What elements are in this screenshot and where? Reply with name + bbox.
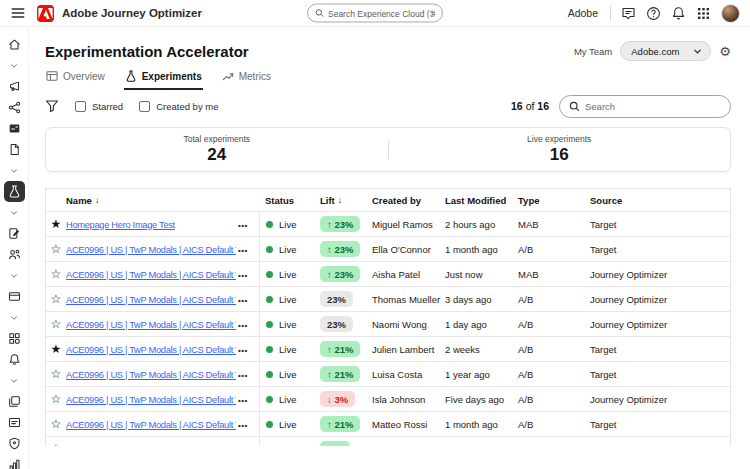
my-team-label: My Team — [574, 46, 612, 57]
tab-experiments-label: Experiments — [142, 71, 202, 82]
experiment-name-link[interactable]: ACE0996 | US | TwP Modals | AICS Default… — [66, 370, 236, 380]
more-actions-icon[interactable]: ••• — [238, 246, 248, 255]
star-toggle[interactable]: ☆ — [51, 443, 62, 446]
experiment-name-link[interactable]: Homepage Hero Image Test — [66, 220, 175, 230]
source-cell: Journey Optimizer — [586, 319, 730, 330]
home-icon[interactable] — [4, 34, 25, 55]
star-toggle[interactable]: ☆ — [51, 318, 62, 330]
table-row: ★ ACE0996 | US | TwP Modals | AICS Defau… — [46, 336, 730, 361]
header-status[interactable]: Status — [259, 195, 316, 206]
filter-starred[interactable]: Starred — [75, 101, 123, 112]
tab-experiments[interactable]: Experiments — [124, 66, 203, 90]
experiment-name-link[interactable]: ACE0996 | US | TwP Modals | AICS Default… — [66, 295, 236, 305]
header-created-by[interactable]: Created by — [368, 195, 441, 206]
chevron-down-icon[interactable] — [4, 265, 25, 286]
type-cell: MAB — [514, 269, 586, 280]
table-row: ☆ ACE0996 | US | TwP Modals | AICS Defau… — [46, 261, 730, 286]
experiments-flask-icon — [125, 70, 137, 82]
dataset-grid-icon[interactable] — [4, 328, 25, 349]
created-by-cell: Matteo Rossi — [368, 419, 441, 430]
hamburger-menu-icon[interactable] — [10, 5, 26, 21]
more-actions-icon[interactable]: ••• — [238, 346, 248, 355]
more-actions-icon[interactable]: ••• — [238, 221, 248, 230]
feedback-icon[interactable] — [621, 6, 636, 21]
content-card-icon[interactable] — [4, 412, 25, 433]
more-actions-icon[interactable]: ••• — [238, 321, 248, 330]
audience-people-icon[interactable] — [4, 244, 25, 265]
chevron-down-icon[interactable] — [4, 160, 25, 181]
lift-badge: ↓ 3% — [320, 391, 355, 407]
chevron-down-icon[interactable] — [4, 55, 25, 76]
star-toggle[interactable]: ☆ — [51, 293, 62, 305]
list-search[interactable] — [559, 95, 731, 118]
header-type[interactable]: Type — [514, 195, 586, 206]
star-toggle[interactable]: ☆ — [51, 368, 62, 380]
filter-created-by-me[interactable]: Created by me — [139, 101, 218, 112]
shield-image-icon[interactable] — [4, 433, 25, 454]
team-select[interactable]: Adobe.com — [620, 41, 711, 61]
more-actions-icon[interactable]: ••• — [238, 296, 248, 305]
asset-card-icon[interactable] — [4, 286, 25, 307]
type-cell: MAB — [514, 219, 586, 230]
landing-pages-icon[interactable] — [4, 391, 25, 412]
user-avatar[interactable] — [721, 4, 740, 23]
apps-grid-icon[interactable] — [696, 6, 711, 21]
more-actions-icon[interactable]: ••• — [238, 371, 248, 380]
settings-gear-icon[interactable]: ⚙ — [719, 45, 731, 58]
megaphone-icon[interactable] — [4, 76, 25, 97]
experiment-name-link[interactable]: ACE0996 | US | TwP Modals | AICS Default… — [66, 320, 236, 330]
tab-metrics-label: Metrics — [239, 71, 271, 82]
star-toggle[interactable]: ★ — [51, 343, 62, 355]
table-row: ☆ ACE0996 | US | TwP Modals | AICS Defau… — [46, 286, 730, 311]
chevron-down-icon[interactable] — [4, 202, 25, 223]
channels-icon[interactable] — [4, 118, 25, 139]
experiment-name-link[interactable]: ACE0996 | US | TwP Modals | AICS Default… — [66, 420, 236, 430]
tab-overview[interactable]: Overview — [45, 66, 106, 90]
notifications-bell-icon[interactable] — [671, 6, 686, 21]
table-row: ☆ ACE0996 | US | TwP Modals | AICS Defau… — [46, 311, 730, 336]
form-edit-icon[interactable] — [4, 223, 25, 244]
star-toggle[interactable]: ☆ — [51, 418, 62, 430]
type-cell: A/B — [514, 419, 586, 430]
share-nodes-icon[interactable] — [4, 97, 25, 118]
experiment-name-link[interactable]: ACE0996 | US | TwP Modals | AICS Default… — [66, 245, 236, 255]
document-icon[interactable] — [4, 139, 25, 160]
live-status-dot — [266, 296, 273, 303]
live-status-dot — [266, 396, 273, 403]
header-source[interactable]: Source — [586, 195, 730, 206]
chevron-down-icon — [693, 47, 702, 56]
alert-bell-icon[interactable] — [4, 349, 25, 370]
experiment-flask-icon[interactable] — [4, 181, 25, 202]
help-icon[interactable] — [646, 6, 661, 21]
filter-funnel-icon[interactable] — [45, 99, 59, 113]
list-search-input[interactable] — [585, 101, 721, 112]
experiment-name-link[interactable]: ACE0996 | US | TwP Modals | AICS Default… — [66, 395, 236, 405]
star-toggle[interactable]: ☆ — [51, 243, 62, 255]
star-toggle[interactable]: ☆ — [51, 393, 62, 405]
global-search[interactable] — [307, 4, 443, 23]
header-last-modified[interactable]: Last Modified — [441, 195, 514, 206]
more-actions-icon[interactable]: ••• — [238, 271, 248, 280]
more-actions-icon[interactable]: ••• — [238, 396, 248, 405]
experimentation-accelerator-page: Adobe Journey Optimizer Adobe Experiment… — [0, 0, 750, 469]
header-name[interactable]: Name↓ — [66, 195, 236, 206]
lift-badge: ↑ 21% — [320, 366, 360, 382]
starred-checkbox[interactable] — [75, 101, 86, 112]
more-actions-icon[interactable]: ••• — [238, 421, 248, 430]
chevron-down-icon[interactable] — [4, 307, 25, 328]
experiment-name-link[interactable]: ACE0996 | US | TwP Modals | AICS Default… — [66, 270, 236, 280]
star-toggle[interactable]: ★ — [51, 218, 62, 230]
type-cell: A/B — [514, 294, 586, 305]
star-toggle[interactable]: ☆ — [51, 268, 62, 280]
tab-metrics[interactable]: Metrics — [221, 66, 272, 90]
experiment-name-link[interactable]: ACE0996 | US | TwP Modals | AICS Default… — [66, 345, 236, 355]
analytics-chart-icon[interactable] — [4, 454, 25, 469]
created-by-cell: Thomas Mueller — [368, 294, 441, 305]
created-by-me-checkbox[interactable] — [139, 101, 150, 112]
global-search-input[interactable] — [328, 8, 435, 18]
more-actions-icon[interactable]: ••• — [238, 446, 248, 447]
chevron-down-icon[interactable] — [4, 370, 25, 391]
created-by-cell: Ella O'Connor — [368, 244, 441, 255]
adobe-logo — [37, 5, 54, 22]
header-lift[interactable]: Lift↓ — [316, 195, 368, 206]
